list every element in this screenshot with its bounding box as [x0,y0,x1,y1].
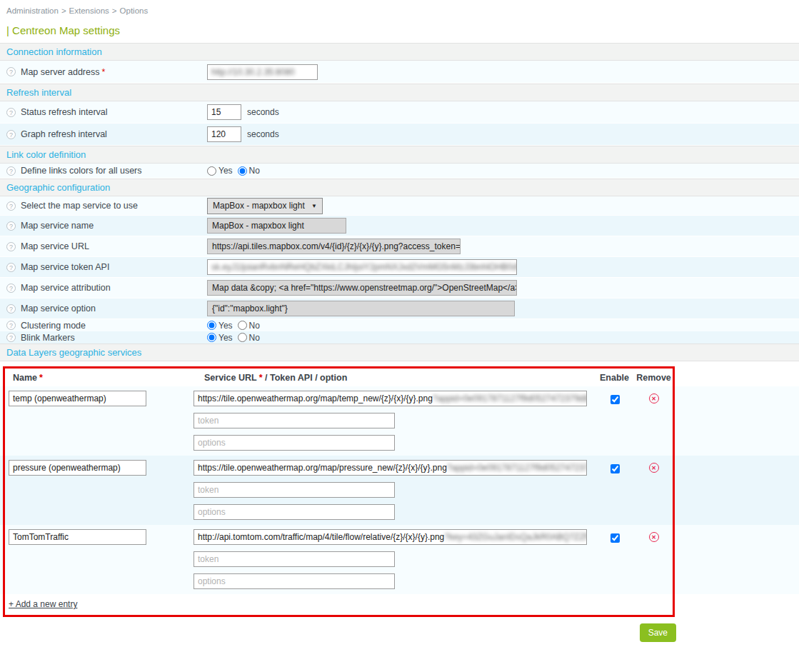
help-icon[interactable]: ? [6,284,16,293]
layer-options-input[interactable] [194,435,395,451]
help-icon[interactable]: ? [6,321,16,330]
breadcrumb-separator: > [61,6,66,15]
map-service-url-label: Map service URL [21,241,89,251]
blink-markers-radio-group: Yes No [207,333,265,343]
table-header-row: Name* Service URL* / Token API / option … [0,366,799,386]
map-service-select-value: MapBox - mapxbox light [213,201,305,211]
column-remove-label: Remove [634,373,673,383]
map-service-attribution-label: Map service attribution [21,283,111,293]
column-enable-label: Enable [595,373,634,383]
status-refresh-input[interactable] [207,104,241,120]
layer-row-tomtom: http://api.tomtom.com/traffic/map/4/tile… [0,525,799,594]
help-icon[interactable]: ? [6,166,16,176]
row-map-server-address: ? Map server address * http://10.30.2.35… [0,61,799,84]
map-server-address-input[interactable]: http://10.30.2.35:8080 [207,64,318,80]
breadcrumb-extensions[interactable]: Extensions [69,6,109,15]
layer-options-input[interactable] [194,504,395,520]
row-graph-refresh-interval: ? Graph refresh interval seconds [0,124,799,146]
layer-service-url-key: ?appid=0e0917871127f9d0527472379d8cd7 [433,393,587,403]
help-icon[interactable]: ? [6,201,16,211]
remove-icon[interactable]: ✕ [649,532,659,542]
layer-service-url-input[interactable]: http://api.tomtom.com/traffic/map/4/tile… [194,529,587,545]
layer-service-url-value: https://tile.openweathermap.org/map/pres… [198,463,447,473]
layer-service-url-value: https://tile.openweathermap.org/map/temp… [198,393,433,403]
graph-refresh-input[interactable] [207,126,241,142]
section-link-color-definition: Link color definition [0,146,799,164]
row-blink-markers: ? Blink Markers Yes No [0,331,799,343]
help-icon[interactable]: ? [6,221,16,231]
row-map-service-attribution: ? Map service attribution Map data &copy… [0,278,799,299]
map-server-address-label: Map server address [21,67,99,77]
layer-service-url-input[interactable]: https://tile.openweathermap.org/map/pres… [194,460,587,476]
layer-service-url-input[interactable]: https://tile.openweathermap.org/map/temp… [194,391,587,406]
clustering-no-radio[interactable] [238,321,247,330]
map-server-address-value: http://10.30.2.35:8080 [211,67,295,77]
help-icon[interactable]: ? [6,242,16,251]
status-refresh-unit: seconds [247,107,279,117]
layer-token-input[interactable] [194,413,395,428]
row-map-service-option: ? Map service option {"id":"mapbox.light… [0,299,799,319]
graph-refresh-label: Graph refresh interval [21,129,107,139]
define-links-yes-radio[interactable] [207,166,216,176]
define-links-colors-radio-group: Yes No [207,166,265,176]
layer-service-url-key: ?appid=0e0917871127f9d0527472379d8cd7 [447,463,587,473]
remove-icon[interactable]: ✕ [649,393,659,403]
save-area: Save [0,623,799,642]
help-icon[interactable]: ? [6,130,16,139]
layer-service-url-key: ?key=43ZGuJanIDsQaJkR0ABQ7ZZF-GRuTY [444,532,587,542]
column-service-label-suffix: / Token API / option [263,373,348,383]
row-map-service-token: ? Map service token API sk.eyJ1IjoianRvb… [0,257,799,278]
layer-name-input[interactable] [9,529,146,545]
required-marker: * [101,67,105,77]
yes-label: Yes [218,166,233,176]
blink-yes-radio[interactable] [207,333,216,342]
required-marker: * [39,373,43,383]
row-define-links-colors: ? Define links colors for all users Yes … [0,164,799,179]
status-refresh-label: Status refresh interval [21,107,108,117]
add-new-entry-link[interactable]: + Add a new entry [9,599,77,609]
map-service-attribution-field: Map data &copy; <a href="https://www.ope… [207,280,517,296]
breadcrumb-administration[interactable]: Administration [6,6,59,15]
row-map-service-select: ? Select the map service to use MapBox -… [0,196,799,216]
map-service-name-field: MapBox - mapxbox light [207,218,346,234]
row-status-refresh-interval: ? Status refresh interval seconds [0,101,799,124]
map-service-token-input[interactable]: sk.eyJ1IjoianRvbnNReHQbZXkiLCJhIjoiY2pmN… [207,259,517,275]
layer-service-url-value: http://api.tomtom.com/traffic/map/4/tile… [198,532,444,542]
layer-name-input[interactable] [9,391,146,406]
chevron-down-icon: ▼ [311,203,317,209]
layer-token-input[interactable] [194,482,395,498]
save-button[interactable]: Save [640,623,676,642]
layer-row-temp: https://tile.openweathermap.org/map/temp… [0,386,799,456]
blink-markers-label: Blink Markers [21,333,75,343]
layer-enable-checkbox[interactable] [610,533,620,543]
breadcrumb: Administration>Extensions>Options [0,0,799,15]
row-clustering-mode: ? Clustering mode Yes No [0,319,799,331]
define-links-no-radio[interactable] [238,166,247,176]
help-icon[interactable]: ? [6,304,16,314]
page-title: | Centreon Map settings [6,24,799,36]
layer-enable-checkbox[interactable] [610,395,620,404]
help-icon[interactable]: ? [6,333,16,342]
layer-options-input[interactable] [194,573,395,589]
map-service-select[interactable]: MapBox - mapxbox light ▼ [207,198,323,214]
yes-label: Yes [218,321,233,331]
map-service-name-label: Map service name [21,221,94,231]
help-icon[interactable]: ? [6,67,16,76]
map-service-url-field: https://api.tiles.mapbox.com/v4/{id}/{z}… [207,239,461,254]
help-icon[interactable]: ? [6,263,16,272]
blink-no-radio[interactable] [238,333,247,342]
map-service-token-label: Map service token API [21,262,109,272]
breadcrumb-options[interactable]: Options [120,6,149,15]
map-service-token-value: sk.eyJ1IjoianRvbnNReHQbZXkiLCJhIjoiY2pmN… [211,262,517,272]
remove-icon[interactable]: ✕ [649,463,659,473]
clustering-mode-radio-group: Yes No [207,321,265,331]
map-service-option-label: Map service option [21,304,96,314]
layer-enable-checkbox[interactable] [610,464,620,473]
layer-token-input[interactable] [194,551,395,567]
help-icon[interactable]: ? [6,108,16,117]
layer-name-input[interactable] [9,460,146,476]
clustering-mode-label: Clustering mode [21,321,86,331]
data-layers-table: Name* Service URL* / Token API / option … [0,366,799,617]
layer-row-pressure: https://tile.openweathermap.org/map/pres… [0,456,799,525]
clustering-yes-radio[interactable] [207,321,216,330]
